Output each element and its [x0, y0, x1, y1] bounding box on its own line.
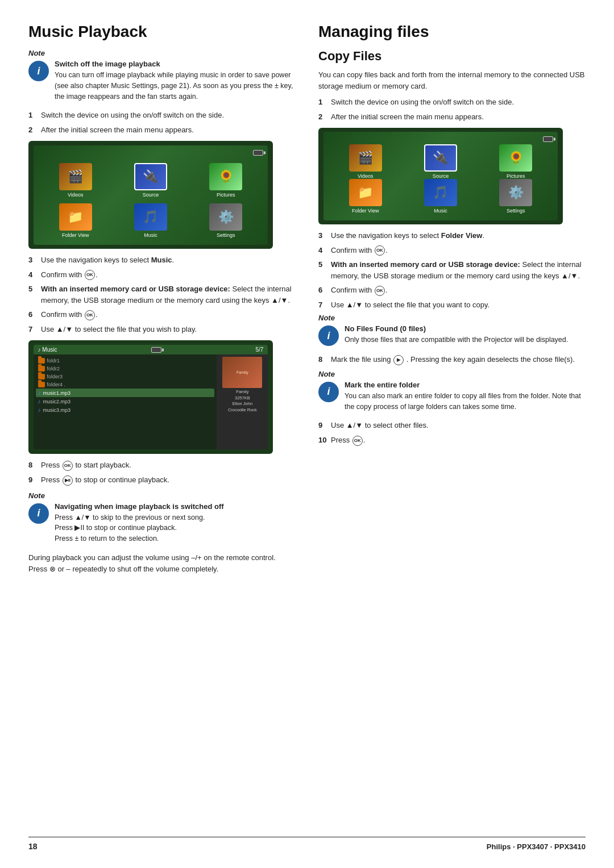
menu-music-right: 🎵 Music	[424, 179, 457, 214]
right-column: Managing files Copy Files You can copy f…	[318, 23, 586, 825]
folder-item-4: folder4 .	[36, 381, 215, 389]
note-nf-title: No Files Found (0 files)	[345, 324, 586, 333]
ok-button-icon-r1: OK	[375, 245, 385, 256]
preview-info: Family 3257KB Elton John Crocodile Rock	[228, 389, 257, 413]
left-step-7: 7 Use ▲/▼ to select the file that you wi…	[28, 324, 296, 335]
music-item-selected: ♪ music1.mp3	[36, 389, 215, 397]
info-icon-1: i	[28, 61, 49, 81]
right-step-10: 10 Press OK.	[318, 435, 586, 446]
note-switch-off: Note i Switch off the image playback You…	[28, 49, 296, 102]
menu-settings-right: ⚙️ Settings	[499, 179, 532, 214]
note1-text: You can turn off image playback while pl…	[55, 70, 296, 102]
note-mf-label: Note	[318, 370, 586, 378]
left-title: Music Playback	[28, 23, 296, 41]
note2-title: Navigating when image playback is switch…	[55, 502, 296, 511]
left-step-9: 9 Press ▶II to stop or continue playback…	[28, 474, 296, 486]
left-step-3: 3 Use the navigation keys to select Musi…	[28, 254, 296, 266]
music-item-2: ♪ music2.mp3	[36, 397, 215, 406]
folder-item-2: foldr2	[36, 365, 215, 373]
right-subtitle: Copy Files	[318, 49, 586, 64]
step9-prefix: Press	[41, 475, 60, 484]
left-footer-text: During playback you can adjust the volum…	[28, 552, 296, 575]
menu-folder-left: 📁 Folder View	[59, 203, 92, 238]
album-art: Family	[222, 357, 262, 388]
note2-line-3: Press ± to return to the selection.	[55, 533, 296, 544]
right-step8-prefix: Mark the file using	[331, 355, 391, 364]
right-steps-1-2: 1 Switch the device on using the on/off …	[318, 97, 586, 122]
info-icon-nf: i	[318, 326, 339, 346]
folder-item-1: foldr1	[36, 357, 215, 365]
left-steps-3-4: 3 Use the navigation keys to select Musi…	[28, 254, 296, 335]
note-mf-text: You can also mark an entire folder to co…	[345, 391, 586, 412]
right-step-2: 2 After the initial screen the main menu…	[318, 111, 586, 123]
page-footer: 18 Philips · PPX3407 · PPX3410	[28, 837, 586, 851]
note2-line-2: Press ▶II to stop or continue playback.	[55, 523, 296, 533]
step3-prefix: Use the navigation keys to select	[41, 256, 149, 264]
right-step8-end: . Pressing the key again deselects the c…	[406, 355, 575, 364]
menu-source-left: 🔌 Source	[134, 163, 167, 198]
right-menu-screen-image: 🎬 Videos 🔌 Source 🌻	[318, 128, 563, 224]
right-step-6: 6 Confirm with OK.	[318, 285, 586, 296]
menu-pictures-left: 🌻 Pictures	[209, 163, 242, 198]
step4-text: Confirm with	[41, 270, 82, 279]
note2-label: Note	[28, 491, 296, 500]
menu-pictures-right: 🌻 Pictures	[499, 144, 532, 179]
left-step-8: 8 Press OK to start playback.	[28, 460, 296, 471]
right-step7-text: Use ▲/▼ to select the file that you want…	[331, 299, 586, 311]
step-1: 1 Switch the device on using the on/off …	[28, 110, 296, 121]
ok-button-icon-r10: OK	[352, 436, 363, 446]
battery-icon-right	[543, 136, 553, 142]
menu-videos-right: 🎬 Videos	[349, 144, 382, 179]
left-step-6: 6 Confirm with OK.	[28, 309, 296, 320]
right-step-1: 1 Switch the device on using the on/off …	[318, 97, 586, 108]
step6-text: Confirm with	[41, 310, 82, 319]
right-step-5: 5 With an inserted memory card or USB st…	[318, 259, 586, 281]
note1-label: Note	[28, 49, 296, 57]
left-step-4: 4 Confirm with OK.	[28, 269, 296, 281]
music-header: ♪ Music 5/7	[34, 345, 268, 354]
step8-prefix: Press	[41, 461, 60, 469]
right-step-9: 9 Use ▲/▼ to select other files.	[318, 420, 586, 431]
right-step-8-list: 8 Mark the file using ▶ . Pressing the k…	[318, 354, 586, 365]
note-navigating: Note i Navigating when image playback is…	[28, 491, 296, 544]
note-nf-label: Note	[318, 314, 586, 322]
right-step-8: 8 Mark the file using ▶ . Pressing the k…	[318, 354, 586, 365]
ok-button-icon-1: OK	[85, 270, 95, 280]
right-step3-prefix: Use the navigation keys to select	[331, 231, 439, 240]
right-step-7: 7 Use ▲/▼ to select the file that you wa…	[318, 299, 586, 311]
step1-text: Switch the device on using the on/off sw…	[41, 110, 296, 121]
music-item-3: ♪ music3.mp3	[36, 406, 215, 414]
step3-bold: Music	[151, 256, 172, 264]
info-icon-mf: i	[318, 382, 339, 402]
note-nf-text: Only those files that are compatible wit…	[345, 335, 586, 345]
note2-line-1: Press ▲/▼ to skip to the previous or nex…	[55, 512, 296, 523]
left-step-5: 5 With an inserted memory card or USB st…	[28, 283, 296, 306]
footer-page-number: 18	[28, 842, 38, 851]
music-preview-panel: Family Family 3257KB Elton John Crocodil…	[217, 354, 268, 449]
menu-music-left: 🎵 Music	[134, 203, 167, 238]
note1-title: Switch off the image playback	[55, 60, 296, 68]
right-step-3: 3 Use the navigation keys to select Fold…	[318, 230, 586, 241]
right-step5-bold: With an inserted memory card or USB stor…	[331, 260, 520, 269]
note-no-files: Note i No Files Found (0 files) Only tho…	[318, 314, 586, 346]
folder-item-3: folder3	[36, 373, 215, 381]
play-pause-icon: ▶II	[63, 475, 73, 486]
ok-button-icon-8: OK	[63, 461, 73, 471]
right-step-4: 4 Confirm with OK.	[318, 245, 586, 256]
info-icon-2: i	[28, 503, 49, 524]
right-steps-9-10: 9 Use ▲/▼ to select other files. 10 Pres…	[318, 420, 586, 445]
footer-brand-text: Philips · PPX3407 · PPX3410	[487, 842, 586, 851]
battery-icon-left	[253, 150, 263, 156]
music-file-list: foldr1 foldr2 folder3	[34, 354, 217, 449]
right-step6-text: Confirm with	[331, 286, 372, 294]
right-step10-prefix: Press	[331, 436, 350, 444]
battery-icon-music	[151, 347, 161, 353]
left-column: Music Playback Note i Switch off the ima…	[28, 23, 296, 825]
right-step3-bold: Folder View	[441, 231, 483, 240]
note-mark-folder: Note i Mark the entire folder You can al…	[318, 370, 586, 412]
step5-bold: With an inserted memory card or USB stor…	[41, 285, 230, 293]
note-mf-title: Mark the entire folder	[345, 381, 586, 389]
right-step2-text: After the initial screen the main menu a…	[331, 111, 586, 123]
right-title: Managing files	[318, 23, 586, 41]
play-right-icon: ▶	[393, 355, 404, 365]
